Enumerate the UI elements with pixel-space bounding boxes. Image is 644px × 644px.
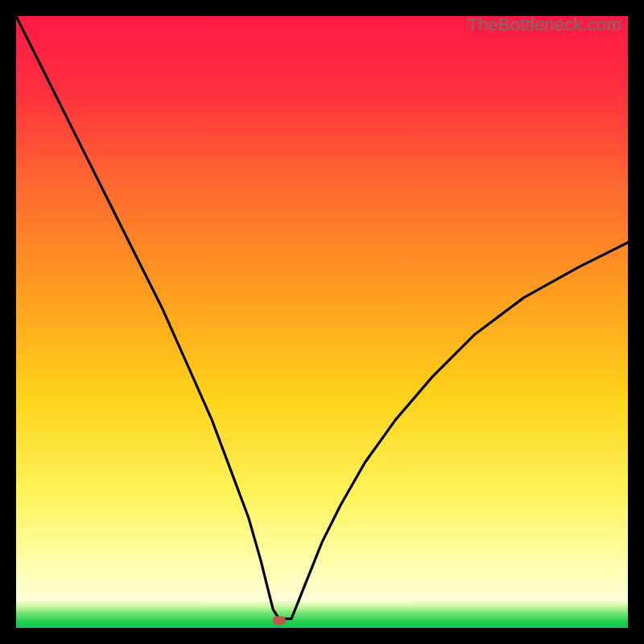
watermark-label: TheBottleneck.com [467,14,621,35]
chart-frame: TheBottleneck.com [16,16,628,628]
optimal-marker [273,616,286,625]
heat-background [16,16,628,628]
bottleneck-chart [16,16,628,628]
